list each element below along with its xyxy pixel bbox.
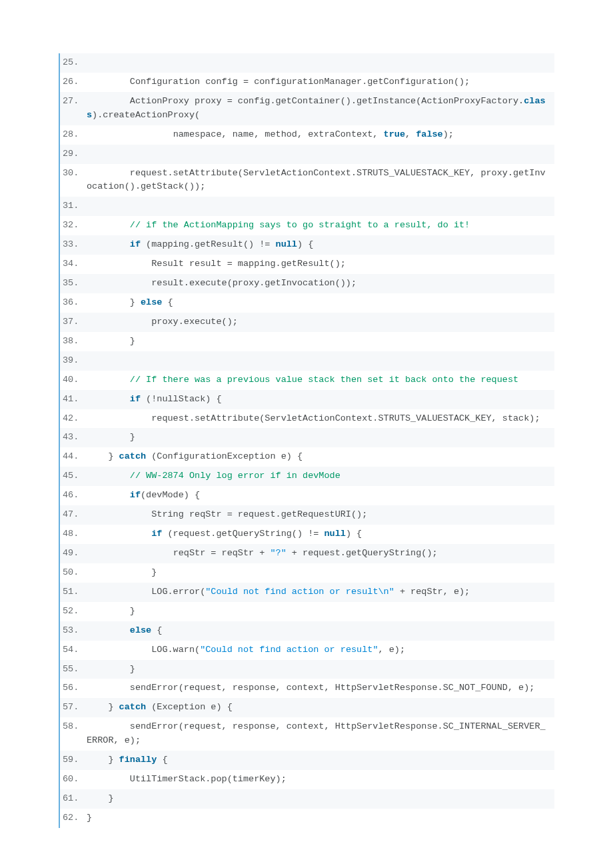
code-content: } <box>87 566 554 580</box>
code-line: 58. sendError(request, response, context… <box>60 717 554 751</box>
code-content: request.setAttribute(ServletActionContex… <box>87 167 554 195</box>
line-number: 33. <box>60 238 87 252</box>
code-line: 54. LOG.warn("Could not find action or r… <box>60 641 554 660</box>
code-content: reqStr = reqStr + "?" + request.getQuery… <box>87 547 554 561</box>
code-line: 45. // WW-2874 Only log error if in devM… <box>60 467 554 486</box>
code-line: 31. <box>60 197 554 216</box>
code-content: // WW-2874 Only log error if in devMode <box>87 469 554 483</box>
code-line: 49. reqStr = reqStr + "?" + request.getQ… <box>60 544 554 563</box>
line-number: 43. <box>60 431 87 445</box>
line-number: 39. <box>60 354 87 368</box>
code-line: 47. String reqStr = request.getRequestUR… <box>60 505 554 525</box>
line-number: 31. <box>60 199 87 213</box>
code-line: 51. LOG.error("Could not find action or … <box>60 583 554 602</box>
code-content: } <box>87 792 554 806</box>
line-number: 32. <box>60 219 87 233</box>
code-content: if(devMode) { <box>87 489 554 503</box>
code-content: else { <box>87 624 554 638</box>
code-content: // if the ActionMapping says to go strai… <box>87 219 554 233</box>
line-number: 53. <box>60 624 87 638</box>
code-content: UtilTimerStack.pop(timerKey); <box>87 773 554 787</box>
code-content: } finally { <box>87 753 554 767</box>
line-number: 50. <box>60 566 87 580</box>
code-line: 50. } <box>60 563 554 583</box>
code-content: request.setAttribute(ServletActionContex… <box>87 412 554 426</box>
code-content: ActionProxy proxy = config.getContainer(… <box>87 95 554 123</box>
code-line: 30. request.setAttribute(ServletActionCo… <box>60 164 554 197</box>
code-line: 43. } <box>60 428 554 447</box>
code-line: 27. ActionProxy proxy = config.getContai… <box>60 92 554 125</box>
line-number: 48. <box>60 527 87 541</box>
line-number: 34. <box>60 257 87 271</box>
code-line: 41. if (!nullStack) { <box>60 390 554 409</box>
code-content: } catch (ConfigurationException e) { <box>87 450 554 464</box>
line-number: 49. <box>60 547 87 561</box>
code-content: } else { <box>87 296 554 310</box>
line-number: 41. <box>60 393 87 407</box>
code-content: sendError(request, response, context, Ht… <box>87 681 554 695</box>
code-content: // If there was a previous value stack t… <box>87 373 554 387</box>
code-content: result.execute(proxy.getInvocation()); <box>87 277 554 291</box>
code-line: 32. // if the ActionMapping says to go s… <box>60 216 554 235</box>
line-number: 59. <box>60 753 87 767</box>
line-number: 25. <box>60 56 87 70</box>
line-number: 55. <box>60 663 87 677</box>
line-number: 56. <box>60 681 87 695</box>
line-number: 27. <box>60 95 87 109</box>
code-line: 52. } <box>60 602 554 621</box>
line-number: 38. <box>60 335 87 349</box>
code-line: 57. } catch (Exception e) { <box>60 698 554 717</box>
code-line: 44. } catch (ConfigurationException e) { <box>60 447 554 467</box>
code-line: 39. <box>60 351 554 371</box>
code-line: 34. Result result = mapping.getResult(); <box>60 255 554 274</box>
code-content: Result result = mapping.getResult(); <box>87 257 554 271</box>
code-content: proxy.execute(); <box>87 315 554 329</box>
code-line: 48. if (request.getQueryString() != null… <box>60 525 554 544</box>
code-line: 36. } else { <box>60 293 554 313</box>
line-number: 30. <box>60 167 87 181</box>
code-content: LOG.warn("Could not find action or resul… <box>87 643 554 657</box>
code-line: 25. <box>60 53 554 73</box>
code-content <box>87 56 554 70</box>
code-content: } <box>87 811 554 825</box>
line-number: 62. <box>60 811 87 825</box>
code-line: 53. else { <box>60 621 554 641</box>
code-line: 37. proxy.execute(); <box>60 313 554 332</box>
code-content: sendError(request, response, context, Ht… <box>87 720 554 748</box>
line-number: 45. <box>60 469 87 483</box>
code-listing: 25. 26. Configuration config = configura… <box>59 53 554 828</box>
line-number: 26. <box>60 75 87 89</box>
line-number: 57. <box>60 701 87 715</box>
code-line: 33. if (mapping.getResult() != null) { <box>60 235 554 255</box>
code-line: 60. UtilTimerStack.pop(timerKey); <box>60 770 554 789</box>
code-line: 26. Configuration config = configuration… <box>60 73 554 92</box>
code-content <box>87 354 554 368</box>
line-number: 54. <box>60 643 87 657</box>
code-content <box>87 199 554 213</box>
code-content: if (!nullStack) { <box>87 393 554 407</box>
code-content: if (request.getQueryString() != null) { <box>87 527 554 541</box>
line-number: 35. <box>60 277 87 291</box>
code-line: 62.} <box>60 809 554 828</box>
code-line: 56. sendError(request, response, context… <box>60 679 554 698</box>
code-content: namespace, name, method, extraContext, t… <box>87 128 554 142</box>
line-number: 52. <box>60 605 87 619</box>
code-content: } <box>87 335 554 349</box>
line-number: 28. <box>60 128 87 142</box>
code-content: LOG.error("Could not find action or resu… <box>87 585 554 599</box>
code-line: 61. } <box>60 789 554 809</box>
line-number: 58. <box>60 720 87 734</box>
code-content: if (mapping.getResult() != null) { <box>87 238 554 252</box>
code-content <box>87 147 554 161</box>
line-number: 29. <box>60 147 87 161</box>
code-content: } <box>87 663 554 677</box>
line-number: 60. <box>60 773 87 787</box>
line-number: 42. <box>60 412 87 426</box>
code-line: 29. <box>60 145 554 164</box>
code-line: 40. // If there was a previous value sta… <box>60 371 554 390</box>
code-content: } <box>87 605 554 619</box>
code-line: 38. } <box>60 332 554 351</box>
line-number: 47. <box>60 508 87 522</box>
code-line: 35. result.execute(proxy.getInvocation()… <box>60 274 554 293</box>
code-line: 59. } finally { <box>60 751 554 770</box>
